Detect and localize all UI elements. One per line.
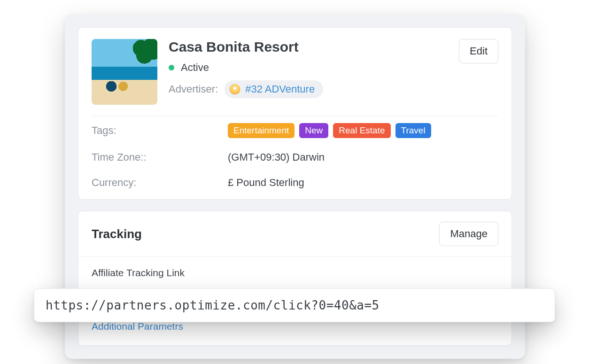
currency-value: £ Pound Sterling [228, 177, 304, 189]
timezone-label: Time Zone:: [92, 151, 228, 163]
advertiser-avatar-icon [229, 84, 240, 95]
profile-header: Casa Bonita Resort Active Advertiser: #3… [92, 39, 498, 116]
campaign-title: Casa Bonita Resort [169, 39, 323, 55]
tag-travel[interactable]: Travel [395, 123, 431, 138]
advertiser-chip[interactable]: #32 ADVenture [225, 80, 323, 98]
manage-button[interactable]: Manage [439, 222, 498, 246]
currency-label: Currency: [92, 177, 228, 189]
tag-new[interactable]: New [299, 123, 328, 138]
campaign-thumbnail [92, 39, 157, 105]
tracking-url-input[interactable]: https://partners.optimize.com/click?0=40… [34, 288, 555, 322]
status-text: Active [181, 62, 209, 74]
advertiser-chip-text: #32 ADVenture [245, 83, 315, 95]
additional-parameters-link[interactable]: Additional Parametrs [92, 321, 498, 332]
profile-card: Casa Bonita Resort Active Advertiser: #3… [78, 27, 512, 200]
tags-list: Entertainment New Real Estate Travel [228, 123, 431, 138]
advertiser-label: Advertiser: [169, 83, 218, 95]
timezone-value: (GMT+09:30) Darwin [228, 151, 325, 163]
tracking-card: Tracking Manage Affiliate Tracking Link … [78, 211, 512, 346]
tag-real-estate[interactable]: Real Estate [333, 123, 390, 138]
profile-main: Casa Bonita Resort Active Advertiser: #3… [169, 39, 498, 98]
tags-label: Tags: [92, 124, 228, 137]
status-row: Active [169, 62, 323, 74]
edit-button[interactable]: Edit [459, 39, 498, 63]
timezone-row: Time Zone:: (GMT+09:30) Darwin [92, 145, 498, 170]
profile-title-block: Casa Bonita Resort Active Advertiser: #3… [169, 39, 323, 98]
advertiser-row: Advertiser: #32 ADVenture [169, 80, 323, 98]
tracking-link-label: Affiliate Tracking Link [92, 267, 498, 279]
tracking-header: Tracking Manage [78, 211, 512, 256]
tags-row: Tags: Entertainment New Real Estate Trav… [92, 116, 498, 145]
tracking-title: Tracking [92, 227, 142, 241]
profile-top-row: Casa Bonita Resort Active Advertiser: #3… [169, 39, 498, 98]
tag-entertainment[interactable]: Entertainment [228, 123, 294, 138]
currency-row: Currency: £ Pound Sterling [92, 170, 498, 199]
status-dot-icon [169, 65, 174, 70]
